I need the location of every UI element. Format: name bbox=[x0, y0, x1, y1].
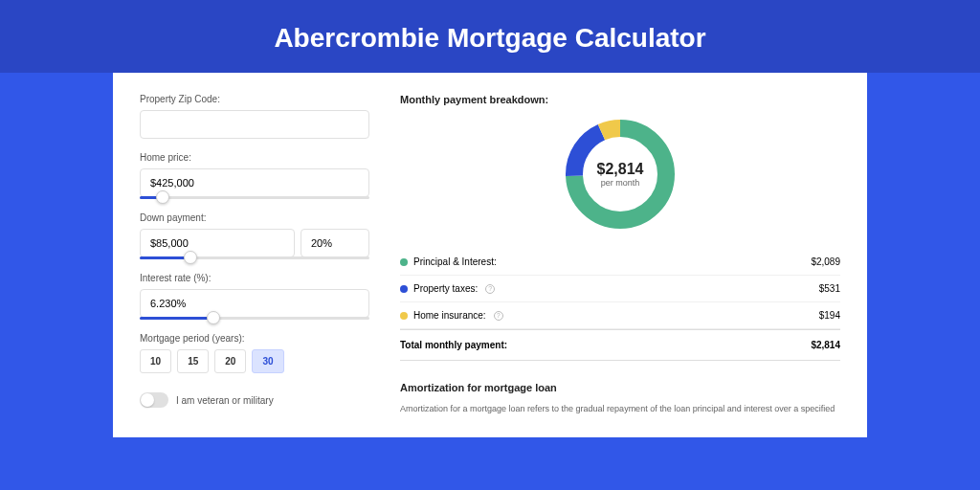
interest-input[interactable] bbox=[140, 289, 369, 318]
legend-row-principal: Principal & Interest: $2,089 bbox=[400, 249, 840, 276]
page-title: Abercrombie Mortgage Calculator bbox=[0, 23, 980, 54]
amortization-text: Amortization for a mortgage loan refers … bbox=[400, 403, 840, 416]
period-10[interactable]: 10 bbox=[140, 349, 171, 373]
amortization-title: Amortization for mortgage loan bbox=[400, 382, 840, 393]
donut-chart: $2,814 per month bbox=[400, 117, 840, 232]
calculator-card: Property Zip Code: Home price: Down paym… bbox=[113, 73, 867, 437]
donut-sub: per month bbox=[597, 178, 644, 188]
page-header: Abercrombie Mortgage Calculator bbox=[0, 0, 980, 73]
form-panel: Property Zip Code: Home price: Down paym… bbox=[140, 94, 369, 416]
legend-value: $531 bbox=[819, 283, 840, 294]
down-payment-input[interactable] bbox=[140, 229, 295, 257]
home-price-input[interactable] bbox=[140, 168, 369, 197]
dot-icon bbox=[400, 258, 408, 266]
legend-row-taxes: Property taxes: ? $531 bbox=[400, 276, 840, 302]
zip-input[interactable] bbox=[140, 110, 369, 139]
breakdown-title: Monthly payment breakdown: bbox=[400, 94, 840, 105]
legend-value: $2,089 bbox=[811, 256, 840, 267]
interest-group: Interest rate (%): bbox=[140, 273, 369, 320]
zip-label: Property Zip Code: bbox=[140, 94, 369, 104]
breakdown-panel: Monthly payment breakdown: $2,814 per mo… bbox=[400, 94, 840, 416]
dot-icon bbox=[400, 312, 408, 320]
legend-label: Home insurance: bbox=[413, 310, 486, 321]
legend-row-insurance: Home insurance: ? $194 bbox=[400, 302, 840, 329]
home-price-label: Home price: bbox=[140, 152, 369, 163]
legend-label: Property taxes: bbox=[413, 283, 478, 294]
period-20[interactable]: 20 bbox=[214, 349, 246, 373]
dot-icon bbox=[400, 285, 408, 293]
legend-label: Principal & Interest: bbox=[413, 256, 497, 267]
down-payment-label: Down payment: bbox=[140, 212, 369, 223]
home-price-group: Home price: bbox=[140, 152, 369, 199]
veteran-toggle[interactable] bbox=[140, 392, 168, 408]
legend: Principal & Interest: $2,089 Property ta… bbox=[400, 249, 840, 361]
donut-amount: $2,814 bbox=[597, 161, 644, 178]
zip-group: Property Zip Code: bbox=[140, 94, 369, 139]
veteran-label: I am veteran or military bbox=[176, 395, 274, 406]
period-group: Mortgage period (years): 10 15 20 30 bbox=[140, 333, 369, 373]
period-options: 10 15 20 30 bbox=[140, 349, 369, 373]
period-15[interactable]: 15 bbox=[177, 349, 209, 373]
interest-slider[interactable] bbox=[140, 317, 369, 320]
down-payment-pct-input[interactable] bbox=[301, 229, 369, 257]
down-payment-slider[interactable] bbox=[140, 256, 369, 259]
home-price-slider[interactable] bbox=[140, 196, 369, 199]
legend-row-total: Total monthly payment: $2,814 bbox=[400, 329, 840, 361]
interest-label: Interest rate (%): bbox=[140, 273, 369, 283]
period-label: Mortgage period (years): bbox=[140, 333, 369, 344]
legend-value: $194 bbox=[819, 310, 840, 321]
down-payment-group: Down payment: bbox=[140, 212, 369, 259]
amortization-section: Amortization for mortgage loan Amortizat… bbox=[400, 382, 840, 416]
total-value: $2,814 bbox=[811, 340, 840, 350]
total-label: Total monthly payment: bbox=[400, 340, 507, 350]
period-30[interactable]: 30 bbox=[252, 349, 283, 373]
veteran-row: I am veteran or military bbox=[140, 392, 369, 408]
info-icon[interactable]: ? bbox=[485, 284, 495, 294]
info-icon[interactable]: ? bbox=[494, 311, 503, 321]
